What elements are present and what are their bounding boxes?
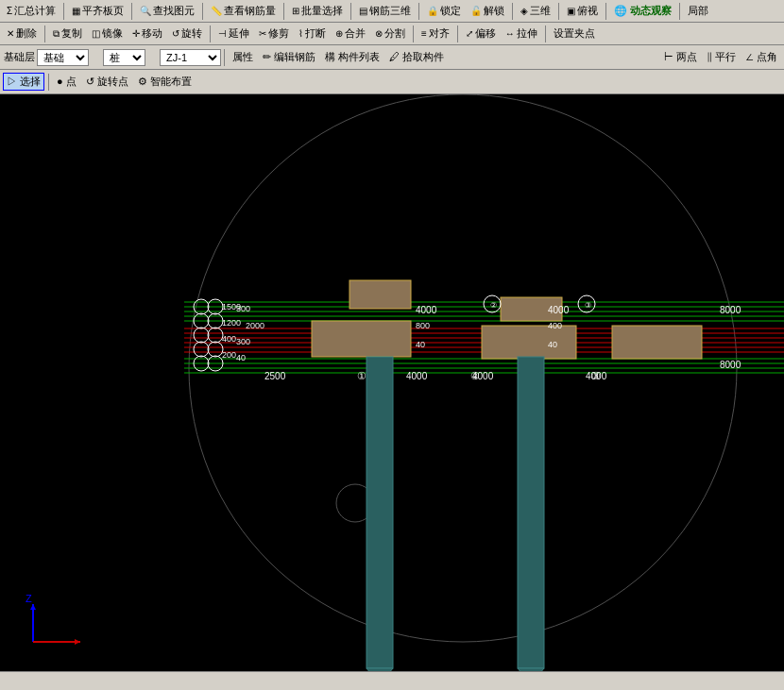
- sep3: [202, 3, 203, 20]
- toolbar-row-4: ▷ 选择 ● 点 ↺ 旋转点 ⚙ 智能布置: [0, 70, 784, 94]
- btn-lock[interactable]: 🔒锁定: [423, 2, 465, 20]
- toolbar-row-2: ✕删除 ⧉复制 ◫镜像 ✛移动 ↺旋转 ⊣延伸 ✂修剪 ⌇打断 ⊕合并 ⊗分割 …: [0, 23, 784, 45]
- btn-top-view[interactable]: ▣俯视: [563, 2, 602, 20]
- btn-local[interactable]: 局部: [684, 2, 712, 20]
- name-select[interactable]: ZJ-1: [160, 49, 221, 66]
- btn-element-list[interactable]: 構 构件列表: [321, 48, 383, 66]
- btn-pick-element[interactable]: 🖊 拾取构件: [385, 48, 448, 66]
- type-label: [89, 50, 103, 64]
- sep10: [679, 3, 680, 20]
- svg-text:300: 300: [236, 337, 250, 346]
- btn-align[interactable]: ≡对齐: [418, 25, 453, 42]
- sep15: [545, 25, 546, 42]
- btn-view-rebar[interactable]: 📏查看钢筋量: [207, 2, 280, 20]
- btn-unlock[interactable]: 🔓解锁: [467, 2, 508, 20]
- btn-split[interactable]: ⊗分割: [371, 25, 409, 42]
- svg-text:40: 40: [236, 353, 246, 362]
- svg-text:4000: 4000: [548, 305, 570, 315]
- svg-text:1200: 1200: [222, 318, 241, 328]
- svg-rect-22: [612, 326, 702, 359]
- btn-edit-rebar[interactable]: ✏ 编辑钢筋: [259, 48, 319, 66]
- sep9: [605, 3, 606, 20]
- sep8: [558, 3, 559, 20]
- toolbar-row-3: 基础层 基础 桩 ZJ-1 属性 ✏ 编辑钢筋 構 构件列表 🖊 拾取构件 ⊢ …: [0, 45, 784, 70]
- btn-3d[interactable]: ◈三维: [517, 2, 554, 20]
- svg-text:③: ③: [591, 370, 601, 381]
- btn-rotate[interactable]: ↺旋转: [168, 25, 206, 42]
- btn-two-point[interactable]: ⊢ 两点: [660, 48, 701, 66]
- sep16: [224, 49, 225, 66]
- svg-text:800: 800: [416, 321, 430, 330]
- svg-rect-33: [366, 357, 393, 668]
- btn-find-element[interactable]: 🔍查找图元: [136, 2, 198, 20]
- sep4: [283, 3, 284, 20]
- svg-text:②: ②: [470, 370, 480, 381]
- svg-text:②: ②: [490, 301, 497, 310]
- svg-text:40: 40: [416, 340, 425, 349]
- btn-offset[interactable]: ⤢偏移: [462, 25, 500, 42]
- name-label: [145, 50, 160, 64]
- layer-select[interactable]: 基础: [37, 49, 89, 66]
- btn-extend[interactable]: ⊣延伸: [214, 25, 253, 42]
- sep6: [418, 3, 419, 20]
- btn-batch-select[interactable]: ⊞批量选择: [288, 2, 347, 20]
- toolbar-row-1: Σ汇总计算 ▦平齐板页 🔍查找图元 📏查看钢筋量 ⊞批量选择 ▤钢筋三维 🔒锁定…: [0, 0, 784, 23]
- svg-rect-34: [518, 357, 544, 668]
- svg-text:③: ③: [585, 301, 591, 310]
- svg-text:Z: Z: [26, 593, 32, 604]
- btn-flat-page[interactable]: ▦平齐板页: [68, 2, 128, 20]
- btn-summary[interactable]: Σ汇总计算: [3, 2, 60, 20]
- btn-mirror[interactable]: ◫镜像: [88, 25, 127, 42]
- svg-text:4000: 4000: [406, 371, 428, 381]
- svg-rect-18: [349, 280, 411, 309]
- sep5: [350, 3, 351, 20]
- svg-text:200: 200: [222, 350, 236, 360]
- layer-label: 基础层: [2, 50, 37, 64]
- btn-dynamic-view[interactable]: 🌐 动态观察: [610, 2, 675, 20]
- svg-rect-19: [312, 321, 411, 357]
- btn-smart-layout[interactable]: ⚙ 智能布置: [134, 73, 196, 91]
- btn-point[interactable]: ● 点: [53, 73, 80, 91]
- main-canvas-svg: 1500 1200 400 200 2500 4000 4000 4000 80…: [0, 94, 784, 690]
- btn-property[interactable]: 属性: [229, 48, 257, 66]
- svg-text:4000: 4000: [416, 305, 437, 315]
- btn-rebar-3d[interactable]: ▤钢筋三维: [355, 2, 415, 20]
- btn-set-grip[interactable]: 设置夹点: [550, 25, 599, 42]
- svg-text:40: 40: [548, 340, 557, 349]
- sep17: [48, 74, 49, 91]
- svg-text:300: 300: [236, 304, 250, 313]
- svg-text:8000: 8000: [720, 360, 741, 370]
- status-bar: [0, 671, 784, 690]
- btn-delete[interactable]: ✕删除: [3, 25, 41, 42]
- btn-parallel[interactable]: ∥ 平行: [703, 48, 740, 66]
- svg-rect-21: [482, 326, 576, 359]
- btn-copy[interactable]: ⧉复制: [49, 25, 86, 42]
- svg-text:①: ①: [357, 370, 366, 381]
- btn-stretch[interactable]: ↔拉伸: [502, 25, 541, 42]
- sep11: [44, 25, 45, 42]
- sep1: [63, 3, 64, 20]
- canvas-area[interactable]: 1500 1200 400 200 2500 4000 4000 4000 80…: [0, 94, 784, 690]
- svg-text:400: 400: [222, 334, 236, 344]
- sep2: [131, 3, 132, 20]
- svg-text:2500: 2500: [264, 371, 286, 381]
- btn-point-angle[interactable]: ∠ 点角: [741, 48, 781, 66]
- sep14: [457, 25, 458, 42]
- svg-text:2000: 2000: [246, 321, 264, 330]
- btn-move[interactable]: ✛移动: [128, 25, 166, 42]
- sep7: [512, 3, 513, 20]
- btn-break[interactable]: ⌇打断: [295, 25, 330, 42]
- btn-merge[interactable]: ⊕合并: [332, 25, 369, 42]
- btn-rotate-point[interactable]: ↺ 旋转点: [82, 73, 132, 91]
- type-select[interactable]: 桩: [103, 49, 145, 66]
- sep12: [210, 25, 211, 42]
- btn-select[interactable]: ▷ 选择: [3, 73, 44, 91]
- svg-text:400: 400: [548, 321, 562, 330]
- btn-trim[interactable]: ✂修剪: [255, 25, 293, 42]
- svg-text:8000: 8000: [720, 305, 741, 315]
- sep13: [413, 25, 414, 42]
